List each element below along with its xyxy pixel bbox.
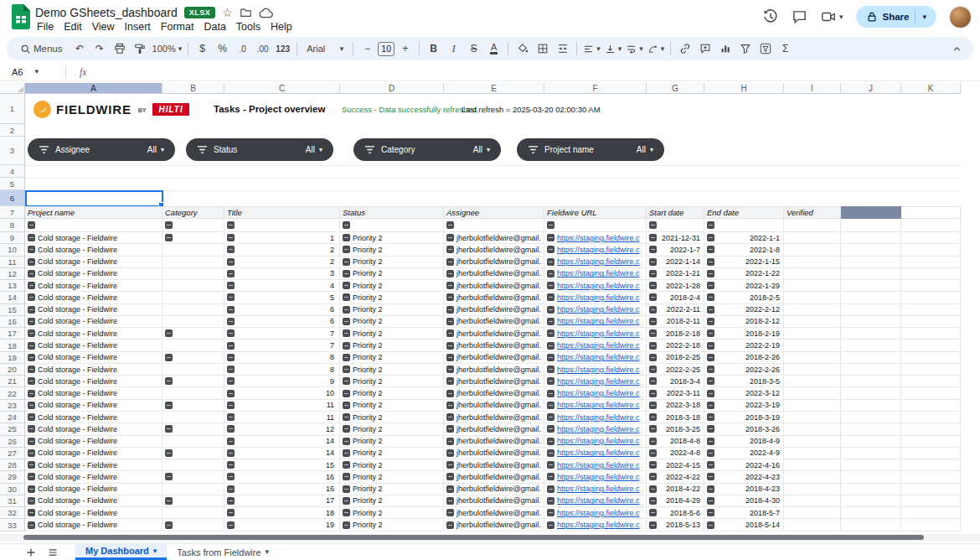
row-header-7[interactable]: 7 [0,206,24,219]
cell-category[interactable] [162,400,224,412]
cell-start-date[interactable]: 2018-4-8 [647,436,704,448]
column-header-B[interactable]: B [162,83,224,94]
cell-project[interactable]: Cold storage - Fieldwire [25,495,162,507]
cell-empty[interactable] [901,340,961,351]
cell-end-date[interactable]: 2022-1-29 [704,280,784,292]
cell-assignee[interactable]: jherbulotfieldwire@gmail. [444,340,544,351]
more-formats-button[interactable]: 123 [273,39,292,59]
cell-status[interactable]: Priority 2 [340,364,444,376]
cell-start-date[interactable]: 2022-1-21 [647,268,704,280]
column-header-K[interactable]: K [901,83,961,94]
menu-item[interactable]: Tools [231,21,266,33]
cell-project[interactable]: Cold storage - Fieldwire [25,519,162,531]
cell-empty[interactable] [841,257,901,268]
cell-assignee[interactable]: jherbulotfieldwire@gmail. [444,423,544,435]
column-header-C[interactable]: C [224,83,340,94]
column-header-A[interactable]: A [25,83,162,94]
cell-verified[interactable] [784,280,841,292]
cell-empty[interactable] [841,436,901,448]
cell-title[interactable]: 7 [224,328,340,340]
cell-category[interactable] [162,316,224,328]
cell-empty[interactable] [841,495,901,507]
name-box-caret-icon[interactable] [34,68,39,75]
row-header-14[interactable]: 14 [0,292,24,303]
row-header-28[interactable]: 28 [0,459,24,471]
cell-empty[interactable] [901,352,961,364]
cell-empty[interactable] [841,400,901,412]
cell-start-date[interactable]: 2022-2-18 [647,340,704,351]
cell-assignee[interactable]: jherbulotfieldwire@gmail. [444,352,544,364]
cell-start-date[interactable]: 2018-5-6 [647,507,704,519]
cell-start-date[interactable]: 2018-3-25 [647,423,704,435]
cell-start-date[interactable]: 2022-3-11 [647,387,704,399]
cell-title[interactable]: 16 [224,484,340,495]
cell-empty[interactable] [841,340,901,351]
cell-category[interactable] [162,412,224,423]
row-header-26[interactable]: 26 [0,436,24,448]
cell-verified[interactable] [784,400,841,412]
cell-status[interactable]: Priority 2 [340,459,444,471]
cell-start-date[interactable]: 2021-12-31 [647,232,704,244]
menu-item[interactable]: Insert [120,21,156,33]
cell-category[interactable] [162,376,224,387]
cell-end-date[interactable]: 2018-3-5 [704,376,784,387]
menu-item[interactable]: View [87,21,120,33]
row-header-16[interactable]: 16 [0,316,24,328]
row-header-31[interactable]: 31 [0,495,24,507]
cell-status[interactable]: Priority 2 [340,316,444,328]
cell-assignee[interactable]: jherbulotfieldwire@gmail. [444,459,544,471]
cell-empty[interactable] [841,244,901,256]
cell-empty[interactable] [841,412,901,423]
table-header-cell[interactable]: Assignee [444,206,544,219]
cell-title[interactable]: 7 [224,340,340,351]
cell-status[interactable]: Priority 2 [340,304,444,316]
cell[interactable] [25,219,162,232]
cell[interactable] [162,219,224,232]
cell-chip-icon[interactable] [227,221,235,229]
row-header-19[interactable]: 19 [0,352,24,364]
cell-assignee[interactable]: jherbulotfieldwire@gmail. [444,448,544,459]
insert-chart-button[interactable] [715,39,735,59]
sheet-tab-tasks-from-fieldwire[interactable]: Tasks from Fieldwire [167,544,279,560]
cell-fieldwire-url[interactable]: https://staging.fieldwire.c [544,376,647,387]
print-button[interactable] [111,39,130,59]
row-header-13[interactable]: 13 [0,280,24,292]
cell-title[interactable]: 4 [224,280,340,292]
fill-color-button[interactable] [513,39,532,59]
redo-button[interactable]: ↷ [90,39,110,59]
cell-end-date[interactable]: 2018-2-19 [704,328,784,340]
cell-title[interactable]: 8 [224,364,340,376]
cell-start-date[interactable]: 2018-2-25 [647,352,704,364]
row-header-32[interactable]: 32 [0,507,24,519]
cell-title[interactable]: 11 [224,412,340,423]
cell-start-date[interactable]: 2018-5-13 [647,519,704,531]
cell-empty[interactable] [841,316,901,328]
row-header-10[interactable]: 10 [0,244,24,256]
cell-chip-icon[interactable] [165,221,173,229]
cell-assignee[interactable]: jherbulotfieldwire@gmail. [444,495,544,507]
cell-start-date[interactable]: 2022-2-11 [647,304,704,316]
empty-cell-K7[interactable] [901,206,961,219]
cell-assignee[interactable]: jherbulotfieldwire@gmail. [444,376,544,387]
row-header-30[interactable]: 30 [0,484,24,495]
cell-verified[interactable] [784,376,841,387]
cell-title[interactable]: 17 [224,495,340,507]
font-family-dropdown[interactable]: Arial [302,39,348,59]
cell-project[interactable]: Cold storage - Fieldwire [25,280,162,292]
row-header-5[interactable]: 5 [0,178,24,190]
table-header-cell[interactable]: Category [162,206,224,219]
cell-category[interactable] [162,340,224,351]
cell-status[interactable]: Priority 2 [340,495,444,507]
cell-status[interactable]: Priority 2 [340,400,444,412]
cell-fieldwire-url[interactable]: https://staging.fieldwire.c [544,316,647,328]
cell-verified[interactable] [784,495,841,507]
horizontal-scrollbar[interactable] [0,534,980,542]
merge-cells-button[interactable] [553,39,572,59]
cell-start-date[interactable]: 2022-4-22 [647,471,704,483]
cell-end-date[interactable]: 2018-4-9 [704,436,784,448]
cell-start-date[interactable]: 2018-3-18 [647,412,704,423]
cell-start-date[interactable]: 2018-2-4 [647,292,704,303]
cell-verified[interactable] [784,423,841,435]
zoom-dropdown[interactable]: 100% [151,39,184,59]
cell-assignee[interactable]: jherbulotfieldwire@gmail. [444,400,544,412]
